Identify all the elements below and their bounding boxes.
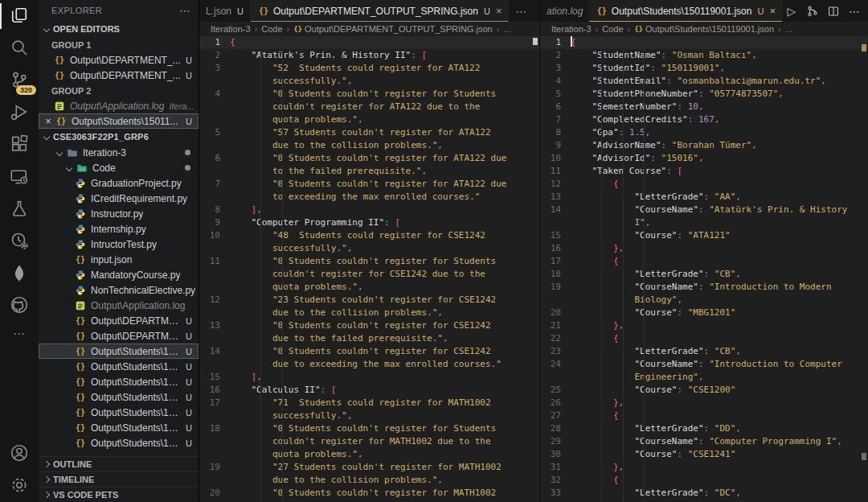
activity-item-settings[interactable] [0, 470, 39, 502]
editor-action-source-control-graph[interactable] [804, 2, 821, 20]
sidebar-section-vs-code-pets[interactable]: VS CODE PETS [39, 487, 199, 502]
activity-item-mongodb[interactable] [0, 257, 39, 290]
tree-item[interactable]: NonTechnicalElective.py [39, 282, 199, 298]
code-line: 28 "LetterGrade": "DD", [540, 422, 868, 435]
activity-item-run-and-debug[interactable] [0, 97, 39, 129]
activity-item-testing[interactable] [0, 193, 39, 225]
tree-item[interactable]: {}Output\Students\150...U [39, 344, 199, 359]
activity-item-remote-explorer[interactable] [0, 161, 39, 193]
breadcrumb-item[interactable]: Code [602, 24, 623, 34]
editor-action-split-editor[interactable] [825, 2, 842, 20]
code-text: due to the collision problems.", [230, 307, 443, 319]
tree-item-label: Output\Students\150... [91, 376, 181, 388]
activity-item-explorer[interactable] [0, 0, 39, 32]
editor-tab[interactable]: {}Output\DEPARTMENT_OUTPUT_SPRING.jsonU× [251, 0, 510, 22]
code-text: "52 Students could register for ATA122 [230, 62, 480, 75]
activity-item-source-control[interactable]: 320 [0, 64, 39, 97]
code-line: 21 }, [540, 319, 868, 332]
code-text: quota problems.", [230, 113, 363, 126]
line-number [199, 307, 230, 319]
open-editor-item[interactable]: Output\Application.logItera... [39, 98, 199, 113]
close-icon[interactable]: × [769, 5, 776, 17]
overview-ruler-mark [862, 44, 866, 51]
code-editor-right[interactable]: 1{2 "StudentName": "Osman Baltacı",3 "St… [540, 36, 868, 502]
code-line: 4 "StudentEmail": "osmanbaltaci@marun.ed… [540, 75, 868, 88]
tree-item[interactable]: {}Output\Students\150...U [39, 359, 199, 374]
code-line: successfully.", [199, 242, 539, 255]
breadcrumb-separator: › [628, 24, 631, 34]
tree-item[interactable]: Instructor.py [39, 206, 199, 221]
activity-item-search[interactable] [0, 32, 39, 64]
editor-action-more-actions[interactable]: ⋯ [845, 2, 863, 20]
breadcrumb-item[interactable]: Iteration-3 [211, 24, 251, 34]
more-views-icon[interactable]: ⋯ [0, 322, 39, 346]
line-number: 5 [540, 88, 571, 101]
code-line: 5 "StudentPhoneNumber": "05774873507", [540, 88, 868, 101]
activity-item-circle-gear[interactable] [0, 225, 39, 257]
code-text: "CourseName": "Computer Programming I", [571, 435, 842, 448]
breadcrumb-item[interactable]: Code [261, 24, 282, 34]
code-editor-left[interactable]: 1{2 "Atatürk's Prin. & History II": [3 "… [199, 36, 539, 502]
open-editor-item[interactable]: ×{}Output\Students\15011...U [39, 113, 199, 129]
git-untracked-badge: U [186, 56, 192, 65]
line-number [199, 191, 230, 204]
code-text: "CompletedCredits": 167, [571, 113, 719, 126]
python-file-icon [74, 192, 87, 205]
editor-tab[interactable]: {}Output\Students\150119001.jsonU× [589, 0, 783, 22]
tree-item[interactable]: Output\Application.log [39, 298, 199, 313]
tree-item[interactable]: {}Output\DEPARTMEN...U [39, 313, 199, 328]
account-icon [10, 443, 29, 465]
tree-item[interactable]: ICreditRequirement.py [39, 191, 199, 206]
code-line: 7 "CompletedCredits": 167, [540, 113, 868, 126]
tree-item[interactable]: {}Output\Students\150...U [39, 405, 199, 420]
open-editor-item[interactable]: {}Output\DEPARTMENT_...U [39, 68, 199, 83]
workspace-root-header[interactable]: CSE3063F22P1_GRP6 [39, 129, 199, 145]
modified-dot-badge [185, 165, 190, 171]
tree-item[interactable]: {}Output\Students\150...U [39, 389, 199, 405]
open-editor-item[interactable]: {}Output\DEPARTMENT_...U [39, 52, 199, 68]
code-text: "Gpa": 1.5, [571, 126, 650, 139]
editor-tab[interactable]: L.jsonU [199, 0, 251, 22]
activity-item-github[interactable] [0, 290, 39, 322]
breadcrumb-item[interactable]: {}Output\DEPARTMENT_OUTPUT_SPRING.json [293, 24, 493, 34]
json-file-icon: {} [53, 54, 66, 67]
code-text: Engineering", [571, 371, 704, 384]
activity-item-accounts[interactable] [0, 438, 39, 470]
tree-item[interactable]: {}Output\Students\150...U [39, 420, 199, 435]
editor-action-run[interactable]: ▷ [783, 2, 800, 20]
tree-item[interactable]: {}input.json [39, 252, 199, 267]
line-number: 27 [540, 409, 571, 422]
line-number: 12 [199, 294, 230, 307]
tab-overflow-icon[interactable]: ⋯ [509, 0, 533, 22]
code-line: quota problems.", [199, 113, 539, 126]
tree-folder[interactable]: Code [39, 160, 199, 175]
breadcrumb-item[interactable]: ... [503, 24, 510, 34]
activity-item-extensions[interactable] [0, 129, 39, 161]
sidebar-section-outline[interactable]: OUTLINE [39, 456, 199, 471]
close-icon[interactable]: × [496, 5, 502, 17]
breadcrumb-item[interactable]: {}Output\Students\150119001.json [634, 24, 774, 34]
tree-item-label: Output\Students\150... [91, 392, 181, 403]
code-text: "0 Students couldn't register for CSE124… [230, 345, 491, 358]
editor-tab[interactable]: ation.log [540, 0, 589, 22]
code-text: { [571, 474, 619, 487]
tree-folder[interactable]: Iteration-3 [39, 145, 199, 160]
tree-item[interactable]: {}Output\DEPARTMEN...U [39, 328, 199, 344]
tree-item[interactable]: Internship.py [39, 221, 199, 237]
tree-item[interactable]: {}Output\Students\150...U [39, 435, 199, 451]
close-icon[interactable]: × [42, 116, 55, 127]
tree-item[interactable]: MandatoryCourse.py [39, 267, 199, 282]
breadcrumb-item[interactable]: ... [785, 24, 792, 34]
code-line: 7 "0 Students couldn't register for ATA1… [199, 178, 539, 191]
code-text: quota problems.", [230, 448, 363, 461]
open-editors-section-header[interactable]: OPEN EDITORS [39, 21, 199, 37]
sidebar-section-timeline[interactable]: TIMELINE [39, 471, 199, 487]
code-line: 12 { [540, 178, 868, 191]
tree-item[interactable]: {}Output\Students\150...U [39, 374, 199, 389]
tree-item[interactable]: GraduationProject.py [39, 175, 199, 191]
code-line: 18 "0 Students couldn't register for Stu… [199, 422, 539, 435]
tree-item[interactable]: IntructorTest.py [39, 237, 199, 252]
code-line: Engineering", [540, 371, 868, 384]
breadcrumb-item[interactable]: Iteration-3 [551, 24, 592, 34]
views-and-more-actions-icon[interactable]: ⋯ [179, 4, 190, 17]
